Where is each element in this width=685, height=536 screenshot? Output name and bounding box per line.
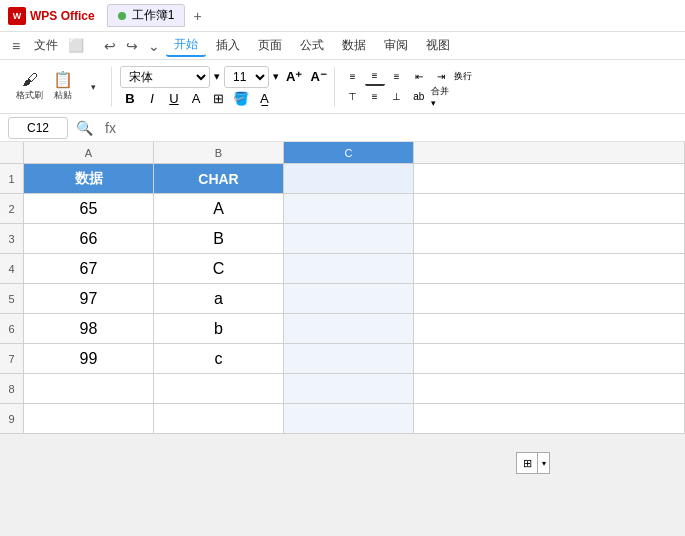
decrease-indent-button[interactable]: ⇤ [409, 68, 429, 86]
table-row [24, 374, 685, 404]
wps-logo: W WPS Office [8, 7, 95, 25]
cell-a8[interactable] [24, 374, 154, 404]
cell-a7[interactable]: 99 [24, 344, 154, 374]
formula-input[interactable] [124, 118, 677, 137]
align-right-button[interactable]: ≡ [387, 68, 407, 86]
underline-button[interactable]: U [164, 90, 184, 108]
workbook-name: 工作簿1 [132, 7, 175, 24]
font-highlight-button[interactable]: A̲ [254, 90, 274, 108]
cell-b5[interactable]: a [154, 284, 284, 314]
cell-a5[interactable]: 97 [24, 284, 154, 314]
table-row: 98 b [24, 314, 685, 344]
font-name-select[interactable]: 宋体 [120, 66, 210, 88]
col-header-b[interactable]: B [154, 142, 284, 164]
font-size-select[interactable]: 11 [224, 66, 269, 88]
orientation-button[interactable]: ab [409, 88, 429, 106]
new-tab-button[interactable]: + [193, 8, 201, 24]
bottom-align-button[interactable]: ⊥ [387, 88, 407, 106]
italic-button[interactable]: I [142, 90, 162, 108]
col-headers: A B C [24, 142, 685, 164]
cell-a2[interactable]: 65 [24, 194, 154, 224]
smart-tag-dropdown[interactable]: ▾ [538, 452, 550, 474]
cell-a3[interactable]: 66 [24, 224, 154, 254]
bold-button[interactable]: B [120, 90, 140, 108]
menu-file[interactable]: 文件 [26, 35, 66, 56]
cell-rest-7 [414, 344, 685, 374]
more-icon[interactable]: ⌄ [144, 36, 164, 56]
cell-a9[interactable] [24, 404, 154, 434]
menu-view[interactable]: 视图 [418, 35, 458, 56]
font-color-button[interactable]: A [186, 90, 206, 108]
font-shrink-button[interactable]: A⁻ [307, 68, 329, 86]
col-header-c[interactable]: C [284, 142, 414, 164]
paste-button[interactable]: 📋 粘贴 [49, 70, 77, 104]
cell-b7[interactable]: c [154, 344, 284, 374]
wps-office-label: WPS Office [30, 9, 95, 23]
cell-rest-5 [414, 284, 685, 314]
border-button[interactable]: ⊞ [208, 90, 228, 108]
menu-start[interactable]: 开始 [166, 34, 206, 57]
font-name-dropdown[interactable]: ▾ [212, 70, 222, 83]
font-size-dropdown[interactable]: ▾ [271, 70, 281, 83]
menu-review[interactable]: 审阅 [376, 35, 416, 56]
cell-c8[interactable] [284, 374, 414, 404]
menu-formula[interactable]: 公式 [292, 35, 332, 56]
menu-data[interactable]: 数据 [334, 35, 374, 56]
format-brush-button[interactable]: 🖌 格式刷 [12, 70, 47, 104]
cell-b6[interactable]: b [154, 314, 284, 344]
paste-dropdown[interactable]: ▾ [79, 80, 107, 94]
row-num-5: 5 [0, 284, 24, 314]
align-left-button[interactable]: ≡ [343, 68, 363, 86]
align-center-button[interactable]: ≡ [365, 68, 385, 86]
table-row: 65 A [24, 194, 685, 224]
increase-indent-button[interactable]: ⇥ [431, 68, 451, 86]
cell-c7[interactable] [284, 344, 414, 374]
cell-rest-2 [414, 194, 685, 224]
cell-c5[interactable] [284, 284, 414, 314]
merge-button[interactable]: 合并▾ [431, 88, 451, 106]
cell-c3[interactable] [284, 224, 414, 254]
workbook-tab[interactable]: 工作簿1 [107, 4, 186, 27]
menu-toggle-icon[interactable]: ≡ [8, 36, 24, 56]
cell-b4[interactable]: C [154, 254, 284, 284]
undo-icon[interactable]: ↩ [100, 36, 120, 56]
cell-c1[interactable] [284, 164, 414, 194]
menu-insert[interactable]: 插入 [208, 35, 248, 56]
cell-b2[interactable]: A [154, 194, 284, 224]
cell-c9[interactable] [284, 404, 414, 434]
spreadsheet-area: 1 2 3 4 5 6 7 8 9 A B C [0, 142, 685, 536]
cell-c6[interactable] [284, 314, 414, 344]
cell-reference-input[interactable]: C12 [8, 117, 68, 139]
cell-b3[interactable]: B [154, 224, 284, 254]
row-num-4: 4 [0, 254, 24, 284]
top-align-button[interactable]: ⊤ [343, 88, 363, 106]
cell-b1[interactable]: CHAR [154, 164, 284, 194]
icon1[interactable]: ⬜ [68, 38, 84, 53]
cell-b8[interactable] [154, 374, 284, 404]
cell-c2[interactable] [284, 194, 414, 224]
function-icon[interactable]: fx [101, 120, 120, 136]
fill-color-button[interactable]: 🪣 [230, 90, 252, 108]
cell-a4[interactable]: 67 [24, 254, 154, 284]
smart-tag-button[interactable]: ⊞ [516, 452, 538, 474]
wrap-text-button[interactable]: 换行 [453, 68, 473, 86]
font-grow-button[interactable]: A⁺ [283, 68, 305, 86]
menu-bar: ≡ 文件 ⬜ ↩ ↪ ⌄ 开始 插入 页面 公式 数据 审阅 视图 [0, 32, 685, 60]
paste-icon: 📋 [53, 72, 73, 88]
menu-page[interactable]: 页面 [250, 35, 290, 56]
font-format-row: 宋体 ▾ 11 ▾ A⁺ A⁻ B I U A ⊞ 🪣 [120, 66, 330, 108]
wps-logo-icon: W [8, 7, 26, 25]
cell-a1[interactable]: 数据 [24, 164, 154, 194]
redo-icon[interactable]: ↪ [122, 36, 142, 56]
cell-b9[interactable] [154, 404, 284, 434]
table-row: 99 c [24, 344, 685, 374]
cell-a6[interactable]: 98 [24, 314, 154, 344]
col-header-a[interactable]: A [24, 142, 154, 164]
table-row: 数据 CHAR [24, 164, 685, 194]
row-num-7: 7 [0, 344, 24, 374]
zoom-formula-icon: 🔍 [72, 120, 97, 136]
tab-indicator [118, 12, 126, 20]
align-group: ≡ ≡ ≡ ⇤ ⇥ 换行 ⊤ ≡ ⊥ ab 合并▾ [339, 67, 477, 107]
middle-align-button[interactable]: ≡ [365, 88, 385, 106]
cell-c4[interactable] [284, 254, 414, 284]
